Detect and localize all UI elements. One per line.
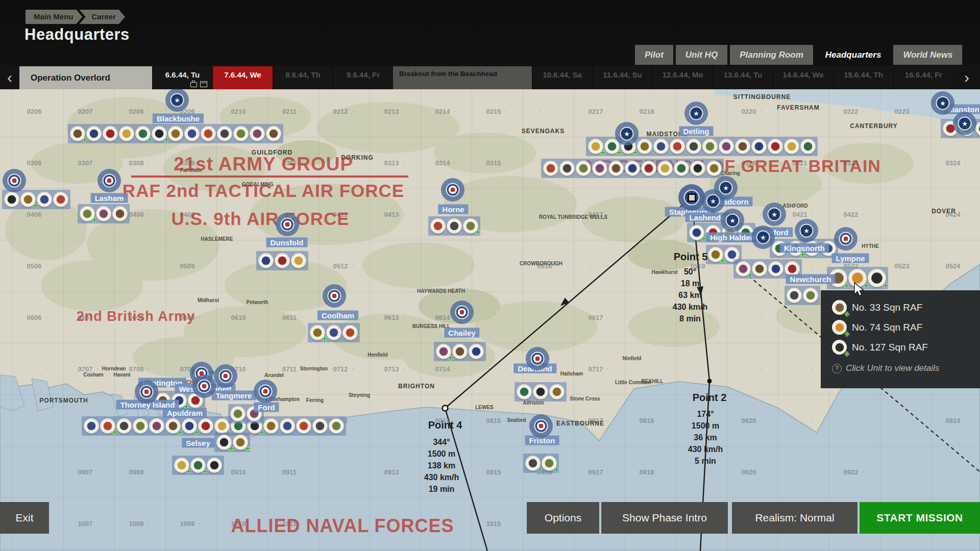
tab-pilot[interactable]: Pilot: [635, 45, 673, 65]
squadron-emblem[interactable]: [787, 288, 802, 303]
squadron-emblem[interactable]: [86, 126, 102, 141]
airfield-label-apuldram[interactable]: Apuldram: [163, 408, 207, 418]
squadron-emblem[interactable]: [592, 161, 607, 176]
squadron-emblem[interactable]: [230, 406, 246, 421]
raf-airfield-marker[interactable]: [97, 169, 121, 192]
squadron-emblem[interactable]: [430, 218, 446, 234]
squadron-emblem[interactable]: [112, 206, 128, 221]
squadron-emblem[interactable]: [719, 139, 734, 154]
raf-airfield-marker[interactable]: [254, 380, 277, 403]
squadron-emblem[interactable]: [784, 139, 799, 154]
squadron-emblem[interactable]: +: [80, 206, 95, 221]
squadron-emblem[interactable]: +: [100, 418, 115, 434]
raf-airfield-marker[interactable]: [3, 169, 26, 192]
timeline-date-8-6-44-th[interactable]: 8.6.44, Th: [273, 66, 333, 89]
squadron-emblem[interactable]: [543, 161, 558, 176]
squadron-emblem[interactable]: [214, 418, 230, 434]
squadron-emblem[interactable]: +: [152, 126, 167, 141]
squadron-emblem[interactable]: +: [689, 225, 704, 240]
squadron-emblem[interactable]: +: [20, 192, 36, 207]
squadron-emblem[interactable]: +: [736, 261, 751, 277]
airfield-label-tangmere[interactable]: Tangmere: [212, 391, 256, 400]
squadron-emblem[interactable]: [751, 139, 767, 154]
squadron-emblem[interactable]: [549, 384, 565, 399]
raf-airfield-marker[interactable]: [441, 178, 464, 202]
usaaf-airfield-marker[interactable]: ★: [763, 203, 786, 226]
timeline-phase-breakout-from-the-beachhead[interactable]: Breakout from the Beachhead: [393, 66, 532, 89]
squadron-emblem[interactable]: [103, 126, 118, 141]
raf-airfield-marker[interactable]: [834, 227, 857, 251]
squadron-emblem[interactable]: +: [174, 458, 189, 473]
timeline-date-16-6-44-fr[interactable]: 16.6.44, Fr: [893, 66, 953, 89]
squadron-emblem[interactable]: [4, 192, 19, 207]
squadron-emblem[interactable]: [198, 418, 213, 434]
squadron-emblem[interactable]: [263, 418, 279, 434]
squadron-emblem[interactable]: [768, 139, 783, 154]
raf-airfield-marker[interactable]: [276, 213, 299, 236]
usaaf-airfield-marker[interactable]: ★: [953, 112, 976, 135]
squadron-emblem[interactable]: [690, 161, 705, 176]
raf-airfield-marker[interactable]: [529, 414, 553, 438]
airfield-label-dunsfold[interactable]: Dunsfold: [266, 238, 308, 247]
squadron-emblem[interactable]: [84, 418, 99, 434]
squadron-emblem[interactable]: [291, 253, 306, 268]
airfield-label-newchurch[interactable]: Newchurch: [786, 274, 836, 284]
selected-waypoint-marker[interactable]: [680, 186, 703, 209]
squadron-emblem[interactable]: +: [182, 418, 197, 434]
timeline-phase-operation-overlord[interactable]: Operation Overlord: [19, 66, 152, 89]
squadron-emblem[interactable]: [625, 161, 640, 176]
squadron-emblem[interactable]: [533, 384, 548, 399]
squadron-emblem[interactable]: +: [135, 126, 151, 141]
squadron-emblem[interactable]: +: [588, 139, 603, 154]
squadron-emblem[interactable]: [768, 261, 783, 277]
usaaf-airfield-marker[interactable]: ★: [931, 91, 954, 115]
squadron-emblem[interactable]: [119, 126, 134, 141]
squadron-emblem[interactable]: +: [310, 325, 325, 340]
squadron-emblem[interactable]: [803, 288, 818, 303]
squadron-emblem[interactable]: [637, 139, 652, 154]
squadron-emblem[interactable]: [517, 384, 532, 399]
tab-planning-room[interactable]: Planning Room: [730, 45, 813, 65]
squadron-emblem[interactable]: +: [216, 435, 232, 450]
timeline-date-11-6-44-su[interactable]: 11.6.44, Su: [592, 66, 652, 89]
usaaf-airfield-marker[interactable]: ★: [714, 176, 738, 199]
raf-airfield-marker[interactable]: [192, 374, 216, 398]
squadron-emblem[interactable]: [670, 139, 685, 154]
squadron-emblem[interactable]: [312, 418, 328, 434]
tab-unit-hq[interactable]: Unit HQ: [676, 45, 727, 65]
squadron-emblem[interactable]: [469, 344, 484, 359]
squadron-emblem[interactable]: [735, 139, 750, 154]
timeline-date-12-6-44-mo[interactable]: 12.6.44, Mo: [652, 66, 713, 89]
timeline-date-14-6-44-we[interactable]: 14.6.44, We: [773, 66, 833, 89]
squadron-emblem[interactable]: [37, 192, 52, 207]
options-button[interactable]: Options: [527, 502, 599, 534]
airfield-label-blackbushe[interactable]: Blackbushe: [153, 114, 204, 123]
squadron-emblem[interactable]: [149, 418, 164, 434]
airfield-label-lympne[interactable]: Lympne: [832, 254, 869, 263]
squadron-emblem[interactable]: [447, 218, 462, 234]
squadron-emblem[interactable]: +: [190, 458, 206, 473]
squadron-emblem[interactable]: +: [70, 126, 85, 141]
realism-normal-button[interactable]: Realism: Normal: [732, 502, 857, 534]
raf-airfield-marker[interactable]: [323, 284, 346, 308]
squadron-emblem[interactable]: +: [525, 456, 541, 471]
airfield-label-selsey[interactable]: Selsey: [182, 438, 214, 448]
airfield-label-chailey[interactable]: Chailey: [444, 328, 479, 338]
squadron-emblem[interactable]: [559, 161, 575, 176]
tooltip-unit-no-74-sqn-raf[interactable]: +No. 74 Sqn RAF: [832, 317, 980, 337]
squadron-emblem[interactable]: [452, 344, 468, 359]
squadron-emblem[interactable]: +: [165, 418, 181, 434]
squadron-emblem[interactable]: [657, 161, 673, 176]
squadron-emblem[interactable]: [266, 126, 281, 141]
airfield-label-horne[interactable]: Horne: [438, 205, 468, 214]
squadron-emblem[interactable]: [53, 192, 68, 207]
timeline-date-15-6-44-th[interactable]: 15.6.44, Th: [833, 66, 893, 89]
airfield-label-kingsnorth[interactable]: Kingsnorth: [780, 243, 829, 253]
raf-airfield-marker[interactable]: [135, 380, 158, 404]
squadron-emblem[interactable]: [217, 126, 232, 141]
tab-world-news[interactable]: World News: [893, 45, 962, 65]
squadron-emblem[interactable]: [258, 253, 274, 268]
squadron-emblem[interactable]: [201, 126, 216, 141]
squadron-emblem[interactable]: [275, 253, 290, 268]
squadron-emblem[interactable]: [250, 126, 265, 141]
